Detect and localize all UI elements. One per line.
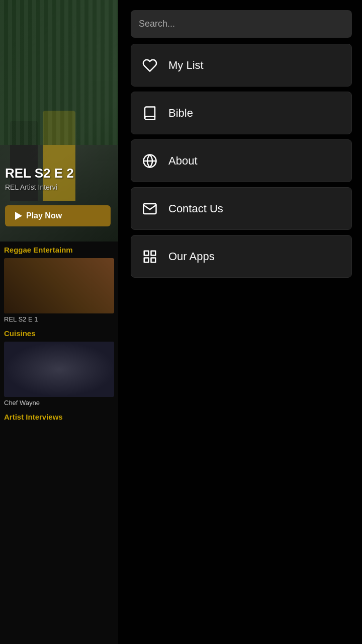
book-icon <box>141 105 158 122</box>
hero-title: REL S2 E 2 <box>5 166 74 181</box>
reggae-section: Reggae Entertainm REL S2 E 1 <box>0 242 118 325</box>
drawer-menu: Search... My List Bible About <box>126 0 357 644</box>
svg-rect-5 <box>144 258 149 262</box>
cuisines-section-title: Cuisines <box>4 329 114 338</box>
mail-icon <box>141 200 158 217</box>
main-content-panel: REL S2 E 2 REL Artist Intervi Play Now R… <box>0 0 118 644</box>
heart-icon <box>141 57 158 74</box>
artist-interviews-section: Artist Interviews <box>0 409 118 427</box>
chef-label: Chef Wayne <box>4 399 114 407</box>
search-bar[interactable]: Search... <box>131 10 352 38</box>
about-label: About <box>168 154 198 168</box>
my-list-label: My List <box>168 59 204 72</box>
hero-subtitle: REL Artist Intervi <box>5 183 74 191</box>
menu-item-about[interactable]: About <box>131 139 352 182</box>
contact-us-label: Contact Us <box>168 202 223 215</box>
menu-item-my-list[interactable]: My List <box>131 44 352 87</box>
play-now-button[interactable]: Play Now <box>5 205 111 226</box>
rel-label: REL S2 E 1 <box>4 315 114 323</box>
artist-interviews-title: Artist Interviews <box>4 413 114 421</box>
svg-rect-3 <box>151 251 156 255</box>
menu-item-our-apps[interactable]: Our Apps <box>131 235 352 278</box>
cuisines-section: Cuisines Chef Wayne <box>0 325 118 409</box>
menu-item-contact-us[interactable]: Contact Us <box>131 187 352 230</box>
search-partial-text: Search... <box>139 19 175 29</box>
play-button-label: Play Now <box>26 211 62 220</box>
svg-rect-2 <box>144 251 149 255</box>
our-apps-label: Our Apps <box>168 250 215 263</box>
globe-icon <box>141 152 158 170</box>
hero-text: REL S2 E 2 REL Artist Intervi <box>5 166 74 191</box>
reggae-section-title: Reggae Entertainm <box>4 246 114 254</box>
bible-label: Bible <box>168 107 193 120</box>
grid-icon <box>141 248 158 265</box>
svg-rect-4 <box>151 258 156 262</box>
rel-thumbnail[interactable] <box>4 258 114 313</box>
chef-thumbnail[interactable] <box>4 342 114 397</box>
menu-item-bible[interactable]: Bible <box>131 92 352 134</box>
play-icon <box>15 212 22 220</box>
hero-image: REL S2 E 2 REL Artist Intervi Play Now <box>0 0 118 242</box>
